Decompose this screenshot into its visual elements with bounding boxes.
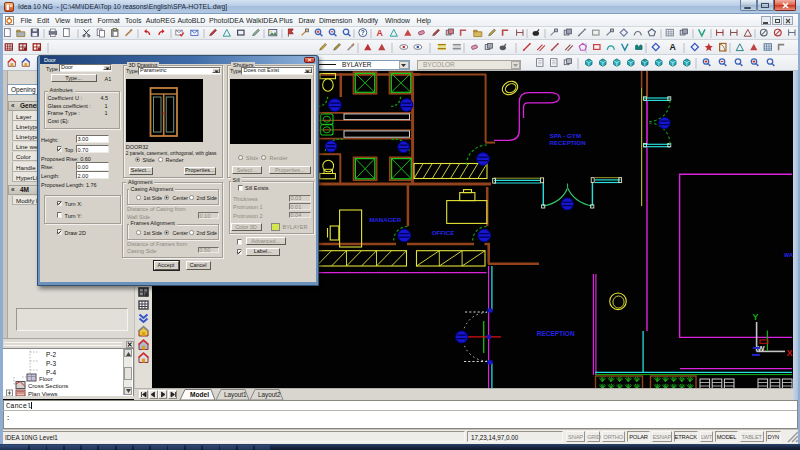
svg-text:P-3: P-3	[46, 360, 57, 367]
svg-text:Model: Model	[190, 391, 209, 398]
svg-text:SPA - GYM: SPA - GYM	[550, 132, 582, 139]
svg-text:Plan Views: Plan Views	[28, 391, 58, 397]
svg-text:Floor: Floor	[39, 376, 53, 382]
svg-text:A: A	[670, 42, 677, 52]
svg-text:RECEPTION: RECEPTION	[550, 139, 587, 146]
svg-text:?: ?	[361, 28, 365, 35]
svg-text:P-2: P-2	[46, 351, 57, 358]
svg-text:Layout2: Layout2	[258, 391, 281, 399]
svg-text:MANAGER: MANAGER	[369, 216, 401, 223]
svg-text:RECEPTION: RECEPTION	[537, 330, 575, 337]
svg-text:OFFICE: OFFICE	[432, 229, 455, 236]
svg-text:Layout1: Layout1	[224, 391, 247, 399]
svg-text:WAT: WAT	[784, 252, 793, 258]
svg-text:A: A	[377, 27, 384, 37]
svg-text:Y: Y	[753, 312, 759, 322]
svg-text:P-4: P-4	[46, 369, 57, 376]
svg-text:Cross Sections: Cross Sections	[28, 383, 68, 389]
